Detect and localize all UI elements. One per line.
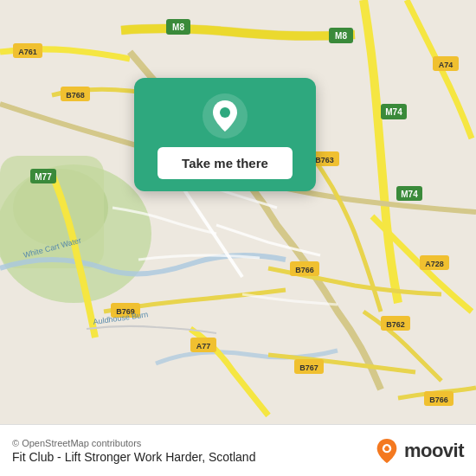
map-attribution: © OpenStreetMap contributors <box>12 438 255 448</box>
map-container: M8 M8 M74 A74 A761 B768 M77 B763 M74 A72… <box>0 0 476 424</box>
svg-point-42 <box>383 446 385 447</box>
footer-info: © OpenStreetMap contributors Fit Club - … <box>12 438 255 464</box>
svg-text:B766: B766 <box>429 396 448 404</box>
svg-text:B767: B767 <box>299 363 318 372</box>
location-title: Fit Club - Lift Stronger Work Harder, Sc… <box>12 450 255 464</box>
location-subtitle: Scotland <box>209 450 255 464</box>
svg-text:M8: M8 <box>335 31 347 41</box>
svg-text:B768: B768 <box>66 91 85 100</box>
map-background: M8 M8 M74 A74 A761 B768 M77 B763 M74 A72… <box>0 0 476 424</box>
svg-text:B762: B762 <box>386 320 405 329</box>
svg-text:A77: A77 <box>196 342 211 351</box>
svg-text:A728: A728 <box>425 260 444 268</box>
svg-point-43 <box>389 446 390 447</box>
svg-text:B763: B763 <box>315 156 334 164</box>
moovit-pin-icon <box>375 437 399 465</box>
location-pin-icon <box>203 93 248 138</box>
svg-point-39 <box>220 107 230 118</box>
moovit-brand-text: moovit <box>404 440 464 462</box>
footer-bar: © OpenStreetMap contributors Fit Club - … <box>0 424 476 476</box>
take-me-there-button[interactable]: Take me there <box>158 147 293 179</box>
location-name: Fit Club - Lift Stronger Work Harder <box>12 450 202 464</box>
svg-text:A74: A74 <box>439 61 453 69</box>
location-card: Take me there <box>134 78 316 191</box>
svg-text:B766: B766 <box>295 266 314 274</box>
moovit-logo: moovit <box>375 437 464 465</box>
svg-text:M74: M74 <box>401 190 418 199</box>
svg-text:M74: M74 <box>385 107 402 117</box>
svg-text:M8: M8 <box>172 23 184 32</box>
svg-text:A761: A761 <box>18 48 37 56</box>
svg-text:M77: M77 <box>35 172 52 182</box>
